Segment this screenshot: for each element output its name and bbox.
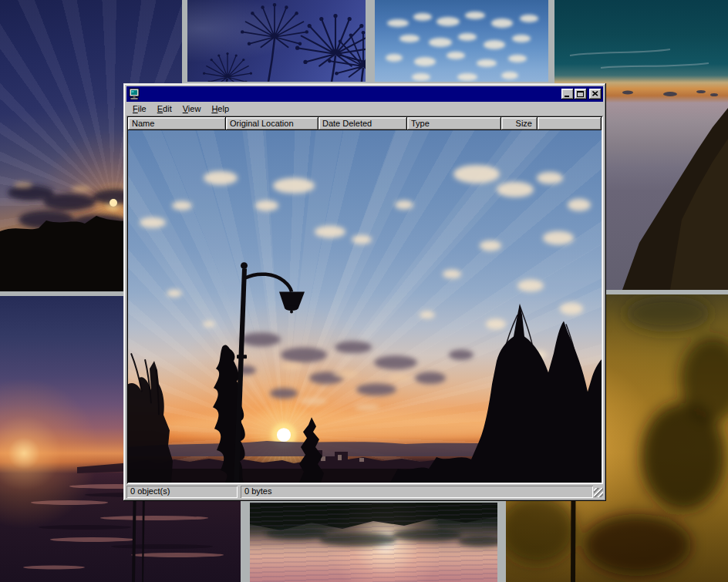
status-bar: 0 object(s) 0 bytes (126, 486, 603, 498)
minimize-button[interactable] (561, 89, 574, 99)
column-header-filler[interactable] (538, 117, 602, 130)
menu-file[interactable]: File (127, 103, 152, 116)
dried-flowers-silhouette (187, 0, 366, 82)
wallpaper-tile-cloud-field (375, 0, 548, 82)
title-bar[interactable] (126, 86, 603, 102)
window-controls (561, 89, 602, 99)
maximize-button[interactable] (575, 89, 587, 99)
menu-help[interactable]: Help (206, 103, 234, 116)
status-object-count: 0 object(s) (126, 486, 238, 498)
sunset-photo-art (128, 130, 602, 483)
column-header-date-deleted[interactable]: Date Deleted (318, 117, 407, 130)
wallpaper-tile-water-reflection (250, 503, 497, 582)
resize-grip-icon[interactable] (594, 488, 603, 497)
column-header-name[interactable]: Name (128, 117, 226, 130)
column-header-size[interactable]: Size (501, 117, 538, 130)
menu-view[interactable]: View (177, 103, 207, 116)
maximize-icon (577, 91, 584, 97)
close-button[interactable] (589, 89, 602, 99)
column-header-type[interactable]: Type (407, 117, 501, 130)
minimize-icon (565, 96, 569, 97)
menu-bar: File Edit View Help (126, 102, 603, 116)
recycle-bin-window: File Edit View Help Name Original Locati… (123, 83, 606, 501)
column-header-row: Name Original Location Date Deleted Type… (128, 117, 602, 130)
computer-icon[interactable] (128, 88, 140, 100)
status-size: 0 bytes (241, 486, 593, 498)
wallpaper-tile-dried-flowers (187, 0, 366, 82)
reflection-shapes (250, 503, 497, 582)
sunset-photo (128, 130, 602, 483)
list-view[interactable]: Name Original Location Date Deleted Type… (126, 116, 603, 484)
menu-edit[interactable]: Edit (152, 103, 177, 116)
cloud-field (375, 0, 548, 82)
close-icon (592, 91, 598, 96)
column-header-original-location[interactable]: Original Location (226, 117, 318, 130)
desktop: { "window": { "title": "", "menu": { "it… (0, 0, 728, 582)
